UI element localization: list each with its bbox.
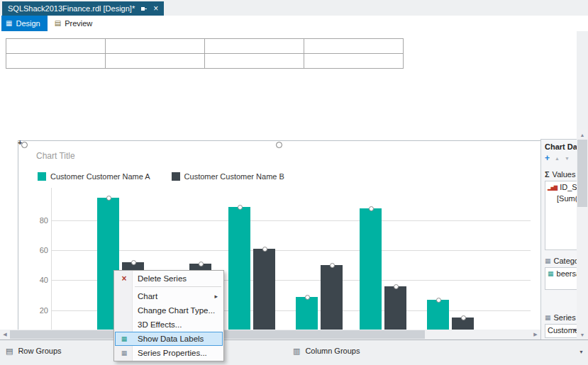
context-menu-item[interactable]: ×Delete Series (115, 271, 223, 286)
properties-icon: ▦ (115, 346, 133, 360)
legend-item[interactable]: Customer Customer Name B (172, 172, 284, 181)
selection-point (238, 205, 243, 210)
add-field-icon[interactable]: + (545, 154, 550, 162)
chart-bar-series-a[interactable] (360, 208, 382, 330)
category-groups-list[interactable]: ▦ beersales (545, 267, 577, 290)
tablix-cell[interactable] (6, 39, 106, 54)
selection-point (106, 196, 111, 201)
row-groups-header[interactable]: ▤ Row Groups (6, 347, 62, 355)
context-menu-item-label: Delete Series (133, 274, 223, 283)
y-axis-tick-label: 20 (26, 306, 48, 315)
chart-bar-series-b[interactable] (321, 265, 343, 330)
selection-point (262, 247, 267, 252)
selection-point (436, 298, 441, 303)
chart-data-toolbar: + ▲ ▼ (541, 152, 577, 164)
mode-bar: ▦ Design ▤ Preview (0, 16, 588, 31)
chart-bar-series-b[interactable] (253, 249, 275, 330)
y-axis-tick-label: 40 (26, 276, 48, 284)
category-groups-header: ▦ Category Groups (541, 254, 577, 266)
chart-bar-series-b[interactable] (452, 318, 474, 330)
series-groups-list[interactable]: Customer ▼ (545, 324, 577, 338)
values-list[interactable]: ▂▅▇ ID_Sales [Sum(ID_Sales)] (545, 181, 577, 250)
value-field[interactable]: ▂▅▇ ID_Sales (545, 181, 577, 193)
selection-point (199, 262, 204, 266)
scroll-right-icon[interactable]: ▶ (531, 330, 540, 339)
context-menu-item-label: Chart (133, 292, 214, 301)
tablix-cell[interactable] (6, 54, 106, 69)
series-groups-header: ▦ Series Groups (541, 311, 577, 323)
grouping-pane-dropdown-icon[interactable]: ▼ (579, 349, 584, 354)
design-icon: ▦ (6, 20, 12, 27)
value-field-expression: [Sum(ID_Sales)] (545, 193, 577, 204)
delete-icon: × (115, 271, 133, 286)
scroll-up-icon[interactable]: ▲ (577, 130, 588, 140)
tab-design[interactable]: ▦ Design (1, 16, 48, 31)
gridline (51, 250, 531, 251)
horizontal-scrollbar-track[interactable] (10, 330, 531, 339)
legend-swatch (172, 172, 180, 181)
context-menu: ×Delete SeriesChart▸Change Chart Type...… (113, 270, 224, 361)
series-group-field[interactable]: Customer ▼ (545, 325, 577, 336)
category-groups-icon: ▦ (545, 258, 551, 264)
chart-title[interactable]: Chart Title (36, 151, 75, 161)
context-menu-item[interactable]: 3D Effects... (115, 318, 223, 332)
chart-legend[interactable]: Customer Customer Name ACustomer Custome… (38, 172, 284, 181)
vertical-scrollbar[interactable]: ▲ ▼ (577, 130, 588, 339)
vertical-scrollbar-thumb[interactable] (577, 140, 587, 207)
series-groups-icon: ▦ (545, 315, 551, 321)
column-groups-header[interactable]: ▥ Column Groups (293, 347, 360, 355)
document-tab-title: SQLShack2013Finance.rdl [Design]* (8, 4, 135, 13)
context-menu-item-label: Change Chart Type... (133, 306, 223, 315)
context-menu-item[interactable]: Change Chart Type... (115, 303, 223, 318)
selection-point (369, 206, 374, 211)
tablix-cell[interactable] (205, 54, 304, 69)
context-menu-item[interactable]: ▦Show Data Labels (115, 332, 223, 346)
context-menu-item[interactable]: Chart▸ (115, 289, 223, 303)
chart-bar-series-a[interactable] (427, 300, 449, 330)
context-menu-item[interactable]: ▦Series Properties... (115, 346, 223, 360)
context-menu-item-label: 3D Effects... (133, 320, 223, 329)
tablix-placeholder[interactable] (6, 38, 404, 69)
grouping-pane: ▤ Row Groups ▥ Column Groups ▼ (0, 339, 588, 365)
horizontal-scrollbar[interactable]: ◀ ▶ (0, 330, 540, 339)
document-tab[interactable]: SQLShack2013Finance.rdl [Design]* × (2, 1, 164, 16)
selection-handle-top-left[interactable] (21, 142, 28, 148)
pin-icon[interactable] (140, 5, 148, 12)
close-icon[interactable]: × (153, 4, 158, 13)
series-groups-label: Series Groups (554, 313, 577, 322)
context-menu-item-label: Series Properties... (133, 349, 223, 357)
document-tab-strip: SQLShack2013Finance.rdl [Design]* × (0, 0, 588, 16)
selection-point (461, 315, 466, 320)
tablix-cell[interactable] (304, 39, 404, 54)
column-groups-label: Column Groups (305, 347, 360, 355)
design-surface[interactable]: + Chart Title Customer Customer Name ACu… (0, 31, 577, 330)
y-axis-tick-label: 60 (26, 246, 48, 254)
value-field-name: ID_Sales (560, 183, 577, 191)
chart-data-pane: Chart Data + ▲ ▼ Σ Values ▂▅▇ ID_Sales [… (540, 139, 577, 341)
chart-bar-series-a[interactable] (228, 207, 250, 330)
vertical-scrollbar-track[interactable] (577, 140, 588, 330)
move-up-icon[interactable]: ▲ (555, 156, 560, 161)
scroll-left-icon[interactable]: ◀ (0, 330, 10, 339)
tablix-cell[interactable] (106, 54, 205, 69)
legend-swatch (38, 172, 46, 181)
bar-chart-field-icon: ▂▅▇ (548, 185, 557, 190)
selection-point (394, 284, 399, 289)
chart-object[interactable]: + Chart Title Customer Customer Name ACu… (18, 140, 542, 330)
legend-item[interactable]: Customer Customer Name A (38, 172, 150, 181)
preview-icon: ▤ (55, 20, 61, 27)
category-group-field[interactable]: ▦ beersales (545, 268, 577, 279)
data-labels-icon: ▦ (115, 332, 133, 346)
row-groups-label: Row Groups (18, 347, 61, 355)
selection-handle-top-center[interactable] (276, 142, 282, 148)
chart-bar-series-b[interactable] (384, 286, 406, 330)
tab-preview[interactable]: ▤ Preview (48, 16, 100, 31)
scroll-down-icon[interactable]: ▼ (577, 330, 588, 339)
tablix-cell[interactable] (304, 54, 404, 69)
tablix-cell[interactable] (106, 39, 205, 54)
chart-bar-series-a[interactable] (296, 297, 318, 330)
preview-label: Preview (65, 19, 92, 28)
move-down-icon[interactable]: ▼ (565, 156, 570, 161)
tablix-cell[interactable] (205, 39, 304, 54)
report-designer-window: SQLShack2013Finance.rdl [Design]* × ▦ De… (0, 0, 588, 365)
